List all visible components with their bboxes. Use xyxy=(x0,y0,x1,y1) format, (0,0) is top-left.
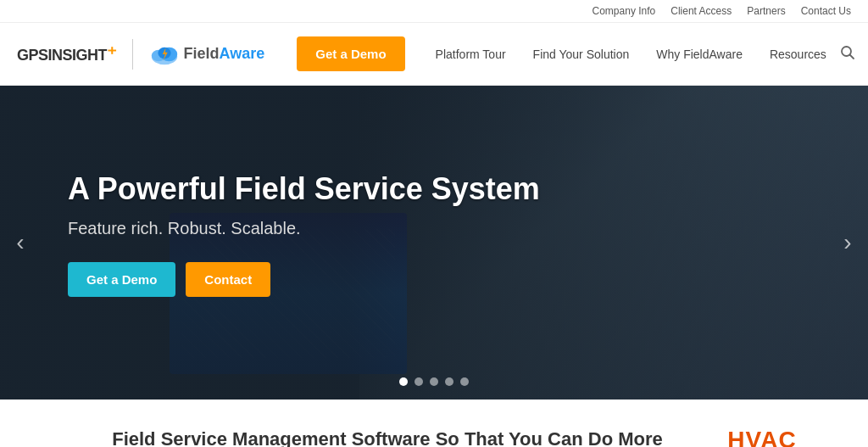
insight-text: INSIGHT xyxy=(48,47,108,64)
nav-find-solution[interactable]: Find Your Solution xyxy=(520,47,643,61)
nav-links: Platform Tour Find Your Solution Why Fie… xyxy=(422,47,840,61)
hero-subtitle: Feature rich. Robust. Scalable. xyxy=(68,219,868,238)
top-bar: Company Info Client Access Partners Cont… xyxy=(0,0,868,23)
carousel-next-button[interactable]: › xyxy=(832,227,863,258)
carousel-dot-3[interactable] xyxy=(430,377,438,386)
carousel-dot-4[interactable] xyxy=(445,377,453,386)
hero-section: A Powerful Field Service System Feature … xyxy=(0,86,868,400)
client-access-link[interactable]: Client Access xyxy=(670,5,732,17)
svg-line-6 xyxy=(849,54,854,59)
contact-us-link[interactable]: Contact Us xyxy=(801,5,851,17)
get-demo-nav-button[interactable]: Get a Demo xyxy=(297,36,404,71)
carousel-dot-1[interactable] xyxy=(399,377,408,386)
gps-insight-logo: GPSINSIGHT⁺ xyxy=(17,43,117,65)
hvac-logo: HVAC SOFTWARE xyxy=(724,428,800,447)
carousel-dot-2[interactable] xyxy=(415,377,423,386)
hero-buttons: Get a Demo Contact xyxy=(68,262,868,297)
carousel-prev-button[interactable]: ‹ xyxy=(5,227,36,258)
partners-link[interactable]: Partners xyxy=(747,5,785,17)
hvac-text: HVAC xyxy=(727,428,796,447)
logo-area: GPSINSIGHT⁺ FieldAware xyxy=(17,39,264,70)
hero-contact-button[interactable]: Contact xyxy=(186,262,270,297)
hero-title: A Powerful Field Service System xyxy=(68,171,542,207)
gps-text: GPS xyxy=(17,47,48,64)
fa-logo-text: FieldAware xyxy=(184,45,265,63)
carousel-dots xyxy=(399,377,469,386)
nav-resources[interactable]: Resources xyxy=(756,47,840,61)
cloud-icon xyxy=(148,42,181,66)
bottom-text-area: Field Service Management Software So Tha… xyxy=(68,428,707,447)
company-info-link[interactable]: Company Info xyxy=(593,5,656,17)
hero-content: A Powerful Field Service System Feature … xyxy=(0,86,868,400)
carousel-dot-5[interactable] xyxy=(460,377,469,386)
logo-divider xyxy=(132,39,133,70)
bottom-title: Field Service Management Software So Tha… xyxy=(68,428,707,447)
main-nav: GPSINSIGHT⁺ FieldAware Get a Demo Platfo… xyxy=(0,23,868,86)
logo-dot: ⁺ xyxy=(107,43,117,64)
bottom-section: Field Service Management Software So Tha… xyxy=(0,400,868,447)
nav-why-fieldaware[interactable]: Why FieldAware xyxy=(643,47,756,61)
hero-demo-button[interactable]: Get a Demo xyxy=(68,262,175,297)
nav-platform-tour[interactable]: Platform Tour xyxy=(422,47,520,61)
search-icon[interactable] xyxy=(840,45,855,64)
fieldaware-logo: FieldAware xyxy=(148,42,265,66)
